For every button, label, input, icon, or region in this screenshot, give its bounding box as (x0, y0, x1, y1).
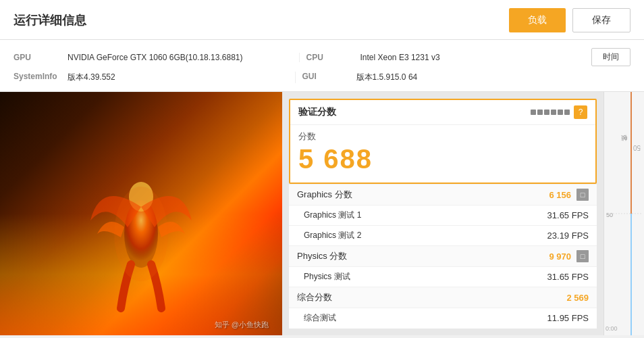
dot-1 (531, 110, 536, 115)
game-image: 知乎 @小鱼快跑 (0, 92, 282, 335)
chart-time: 0:00 (606, 325, 618, 332)
gui-label: GUI (302, 72, 356, 83)
sysinfo-value: 版本4.39.552 (68, 72, 288, 83)
sysinfo-label: SystemInfo (14, 72, 68, 83)
score-dots (531, 110, 570, 115)
chart-svg: 50 (604, 92, 644, 335)
combined-score-value: 2 569 (548, 293, 589, 303)
score-card: 验证分数 ? 分数 5 688 (289, 99, 597, 184)
graphics-test2-value: 23.19 FPS (547, 231, 589, 241)
score-card-title: 验证分数 (298, 106, 336, 118)
physics-score-value: 9 970 (531, 251, 571, 262)
physics-test-name: Physics 测试 (304, 271, 350, 283)
dot-3 (544, 110, 549, 115)
gui-value: 版本1.5.915.0 64 (356, 72, 577, 83)
combined-score-name: 综合分数 (297, 291, 332, 304)
cpu-value: Intel Xeon E3 1231 v3 (360, 53, 585, 62)
physics-test-row: Physics 测试 31.65 FPS (289, 266, 597, 287)
main-content: 1.1 Fire Strike Extreme 适用于多 GPU 系统和超频电脑 (0, 92, 644, 335)
help-button[interactable]: ? (574, 105, 587, 119)
cpu-section: CPU Intel Xeon E3 1231 v3 (299, 53, 585, 62)
dot-5 (558, 110, 563, 115)
info-row-2: SystemInfo 版本4.39.552 GUI 版本1.5.915.0 64 (14, 69, 630, 86)
svg-text:50: 50 (606, 212, 613, 218)
graphics-test1-name: Graphics 测试 1 (304, 210, 361, 221)
score-value: 5 688 (298, 144, 587, 174)
scores-table: Graphics 分数 6 156 □ Graphics 测试 1 31.65 … (289, 184, 597, 329)
character-svg (87, 166, 195, 315)
physics-test-value: 31.65 FPS (547, 272, 589, 282)
sysinfo-section: SystemInfo 版本4.39.552 (14, 72, 288, 83)
save-button[interactable]: 保存 (572, 8, 630, 32)
svg-point-2 (114, 187, 168, 281)
dot-6 (564, 110, 570, 115)
header-buttons: 负载 保存 (509, 8, 630, 32)
combined-category-row: 综合分数 2 569 (289, 287, 597, 308)
gui-section: GUI 版本1.5.915.0 64 (295, 72, 577, 83)
time-button[interactable]: 时间 (591, 48, 630, 66)
score-main: 分数 5 688 (290, 125, 595, 183)
combined-test-row: 综合测试 11.95 FPS (289, 308, 597, 328)
chart-panel: 帧 50 50 0:00 (603, 92, 644, 335)
score-label: 分数 (298, 130, 587, 143)
graphics-score-name: Graphics 分数 (297, 189, 352, 201)
graphics-test1-value: 31.65 FPS (547, 210, 589, 220)
physics-score-name: Physics 分数 (297, 250, 347, 262)
combined-test-name: 综合测试 (304, 312, 336, 324)
graphics-collapse-button[interactable]: □ (576, 189, 589, 201)
system-info-panel: GPU NVIDIA GeForce GTX 1060 6GB(10.18.13… (0, 40, 644, 92)
page-title: 运行详细信息 (14, 12, 86, 28)
right-panel: 验证分数 ? 分数 5 688 (282, 92, 603, 335)
gpu-section: GPU NVIDIA GeForce GTX 1060 6GB(10.18.13… (14, 53, 292, 62)
dot-4 (551, 110, 556, 115)
cpu-label: CPU (306, 53, 360, 62)
graphics-category-row: Graphics 分数 6 156 □ (289, 184, 597, 205)
load-button[interactable]: 负载 (509, 8, 566, 32)
info-row-1: GPU NVIDIA GeForce GTX 1060 6GB(10.18.13… (14, 45, 630, 69)
physics-collapse-button[interactable]: □ (576, 250, 589, 262)
left-panel: 1.1 Fire Strike Extreme 适用于多 GPU 系统和超频电脑 (0, 92, 282, 335)
dot-2 (537, 110, 543, 115)
graphics-test2-name: Graphics 测试 2 (304, 230, 361, 241)
watermark: 知乎 @小鱼快跑 (215, 320, 269, 330)
score-card-header: 验证分数 ? (290, 100, 595, 125)
physics-category-row: Physics 分数 9 970 □ (289, 245, 597, 266)
header: 运行详细信息 负载 保存 (0, 0, 644, 40)
graphics-score-value: 6 156 (531, 190, 571, 200)
graphics-test2-row: Graphics 测试 2 23.19 FPS (289, 225, 597, 245)
combined-test-value: 11.95 FPS (547, 313, 589, 323)
graphics-test1-row: Graphics 测试 1 31.65 FPS (289, 205, 597, 225)
gpu-label: GPU (14, 53, 68, 62)
gpu-value: NVIDIA GeForce GTX 1060 6GB(10.18.13.688… (68, 53, 292, 62)
